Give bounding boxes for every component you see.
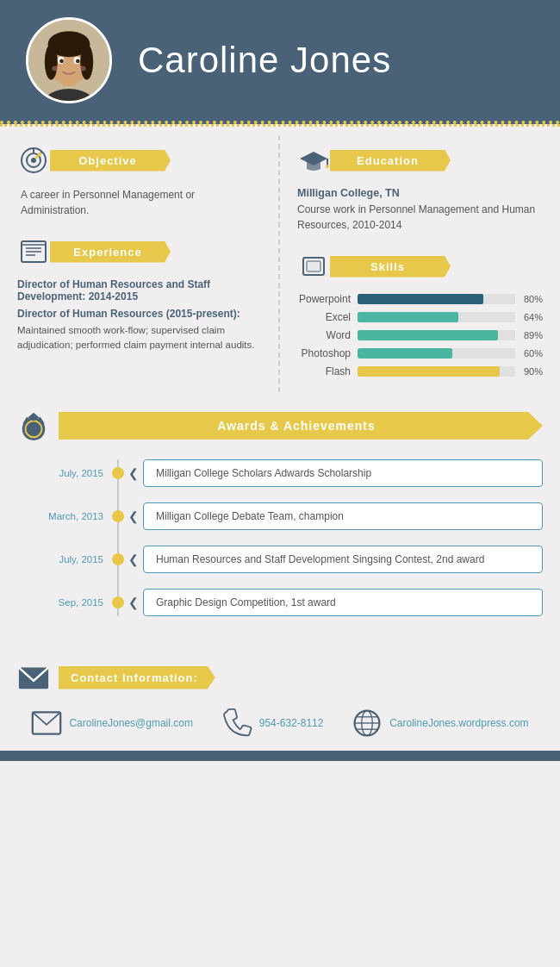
timeline-box-2: Milligan College Debate Team, champion [143, 502, 543, 530]
timeline: July, 2015 ❮ Milligan College Scholars A… [17, 459, 543, 616]
skill-powerpoint: Powerpoint 80% [297, 293, 543, 305]
timeline-dot-3 [112, 553, 124, 565]
main-two-col: Objective A career in Personnel Manageme… [0, 127, 560, 401]
skills-header: Skills [297, 250, 543, 283]
awards-header: Awards & Achievements [17, 409, 543, 442]
timeline-box-3: Human Resources and Staff Development Si… [143, 546, 543, 573]
contact-section: Contact Information: CarolineJones@gmail… [0, 649, 560, 751]
skill-photoshop: Photoshop 60% [297, 347, 543, 359]
header-name: Caroline Jones [138, 40, 391, 81]
skill-bar-fill-excel [358, 312, 458, 322]
skill-name-excel: Excel [297, 311, 358, 323]
timeline-box-4: Graphic Design Competition, 1st award [143, 589, 543, 616]
experience-header: Experience [17, 235, 261, 268]
exp-title-1: Director of Human Resources and Staff De… [17, 278, 261, 303]
education-icon [297, 144, 330, 177]
timeline-chevron-2: ❮ [128, 509, 139, 523]
svg-point-12 [78, 66, 85, 72]
contact-header: Contact Information: [17, 661, 543, 694]
skill-bar-fill-powerpoint [358, 294, 483, 304]
svg-point-6 [80, 44, 93, 79]
skill-name-powerpoint: Powerpoint [297, 293, 358, 305]
awards-banner: Awards & Achievements [59, 412, 543, 440]
timeline-date-1: July, 2015 [34, 468, 112, 478]
skill-word: Word 89% [297, 329, 543, 341]
timeline-chevron-3: ❮ [128, 552, 139, 566]
skills-list: Powerpoint 80% Excel 64% Word 89% [297, 293, 543, 377]
skill-pct-powerpoint: 80% [515, 294, 543, 304]
skill-pct-excel: 64% [515, 312, 543, 322]
timeline-date-4: Sep, 2015 [34, 597, 112, 608]
svg-point-5 [45, 44, 58, 79]
skill-bar-bg-photoshop [358, 348, 515, 359]
contact-banner: Contact Information: [59, 666, 215, 689]
svg-rect-28 [307, 261, 320, 271]
skill-bar-fill-word [358, 330, 498, 340]
contact-phone-item: 954-632-8112 [221, 708, 324, 739]
objective-banner: Objective [50, 150, 171, 172]
skill-bar-fill-photoshop [358, 348, 452, 359]
svg-point-9 [59, 59, 64, 64]
education-header: Education [297, 144, 543, 177]
skill-flash: Flash 90% [297, 365, 543, 377]
timeline-item-3: July, 2015 ❮ Human Resources and Staff D… [34, 546, 543, 573]
skill-pct-word: 89% [515, 330, 543, 340]
edu-course: Course work in Personnel Management and … [297, 202, 543, 233]
experience-icon [17, 235, 50, 268]
exp-desc-2: Maintained smooth work-flow; supervised … [17, 323, 261, 353]
timeline-date-3: July, 2015 [34, 554, 112, 565]
phone-icon [221, 708, 252, 739]
email-icon [31, 708, 62, 739]
contact-website: CarolineJones.wordpress.com [389, 717, 528, 729]
objective-icon [17, 144, 50, 177]
timeline-item-4: Sep, 2015 ❮ Graphic Design Competition, … [34, 589, 543, 616]
timeline-chevron-1: ❮ [128, 466, 139, 480]
timeline-item-2: March, 2013 ❮ Milligan College Debate Te… [34, 502, 543, 530]
skill-bar-bg-word [358, 330, 515, 340]
timeline-chevron-4: ❮ [128, 596, 139, 609]
header: Caroline Jones [0, 0, 560, 124]
skill-bar-bg-flash [358, 366, 515, 377]
timeline-date-2: March, 2013 [34, 511, 112, 521]
svg-point-26 [326, 165, 329, 168]
skill-bar-fill-flash [358, 366, 500, 377]
skill-pct-flash: 90% [515, 366, 543, 377]
objective-text: A career in Personnel Management or Admi… [17, 187, 261, 218]
right-column: Education Milligan College, TN Course wo… [280, 135, 560, 392]
website-icon [352, 708, 383, 739]
contact-phone: 954-632-8112 [259, 717, 324, 729]
awards-section: Awards & Achievements July, 2015 ❮ Milli… [0, 401, 560, 649]
experience-banner: Experience [50, 241, 171, 263]
left-column: Objective A career in Personnel Manageme… [0, 135, 280, 392]
timeline-dot-4 [112, 596, 124, 608]
skill-bar-bg-powerpoint [358, 294, 515, 304]
timeline-item-1: July, 2015 ❮ Milligan College Scholars A… [34, 459, 543, 487]
edu-institution: Milligan College, TN [297, 187, 543, 199]
objective-header: Objective [17, 144, 261, 177]
education-banner: Education [330, 150, 451, 172]
awards-icon [17, 409, 50, 442]
skill-pct-photoshop: 60% [515, 348, 543, 359]
skill-name-word: Word [297, 329, 358, 341]
skill-name-flash: Flash [297, 365, 358, 377]
contact-row: CarolineJones@gmail.com 954-632-8112 Car… [17, 708, 543, 739]
skills-banner: Skills [330, 256, 451, 278]
skill-excel: Excel 64% [297, 311, 543, 323]
contact-email: CarolineJones@gmail.com [69, 717, 193, 729]
skill-bar-bg-excel [358, 312, 515, 322]
timeline-dot-2 [112, 510, 124, 522]
contact-icon [17, 661, 50, 694]
timeline-dot-1 [112, 467, 124, 479]
footer-bar [0, 751, 560, 761]
timeline-box-1: Milligan College Scholars Adwards Schola… [143, 459, 543, 487]
contact-email-item: CarolineJones@gmail.com [31, 708, 193, 739]
skills-icon [297, 250, 330, 283]
contact-website-item: CarolineJones.wordpress.com [352, 708, 528, 739]
skill-name-photoshop: Photoshop [297, 347, 358, 359]
exp-title-2: Director of Human Resources (2015-presen… [17, 308, 261, 320]
svg-point-11 [52, 66, 59, 72]
avatar [26, 17, 112, 103]
svg-point-10 [76, 59, 80, 64]
